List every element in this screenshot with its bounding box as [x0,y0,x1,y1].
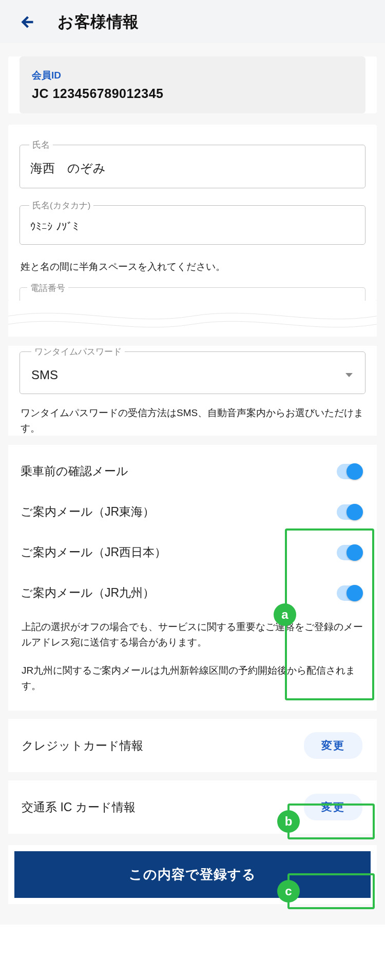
toggle-row-jr-tokai: ご案内メール（JR東海） [8,492,377,532]
name-kana-field-label: 氏名(カタカナ) [29,200,93,211]
credit-card-change-button[interactable]: 変更 [304,732,362,759]
member-id-box: 会員ID JC 123456789012345 [20,56,365,113]
toggle-switch-jr-west[interactable] [337,545,362,560]
toggle-label: ご案内メール（JR九州） [21,585,155,601]
toggle-row-jr-west: ご案内メール（JR西日本） [8,532,377,573]
name-field-value: 海西 のぞみ [30,160,355,177]
toggle-label: ご案内メール（JR東海） [21,504,155,520]
name-field-label: 氏名 [29,139,53,151]
name-kana-field-value: ｳﾐﾆｼ ﾉｿﾞﾐ [30,221,355,233]
credit-card-row: クレジットカード情報 変更 [8,719,377,772]
back-button[interactable] [17,13,36,31]
app-header: お客様情報 [0,0,385,43]
toggle-row-boarding: 乗車前の確認メール [8,451,377,492]
page-root: お客様情報 会員ID JC 123456789012345 氏名 海西 のぞみ … [0,0,385,925]
ic-card-label: 交通系 IC カード情報 [22,799,136,815]
toggle-knob-icon [346,463,363,480]
chevron-down-icon [345,373,353,377]
name-field[interactable]: 氏名 海西 のぞみ [20,139,365,188]
member-card: 会員ID JC 123456789012345 [8,56,377,113]
submit-section: この内容で登録する [8,845,377,904]
toggle-switch-boarding[interactable] [337,464,362,479]
phone-field-partial[interactable]: 電話番号 [20,287,365,301]
toggle-label: ご案内メール（JR西日本） [21,544,166,560]
member-id-value: JC 123456789012345 [32,86,353,101]
toggle-switch-jr-kyushu[interactable] [337,585,362,601]
name-helper-text: 姓と名の間に半角スペースを入れてください。 [21,259,364,274]
name-card: 氏名 海西 のぞみ 氏名(カタカナ) ｳﾐﾆｼ ﾉｿﾞﾐ 姓と名の間に半角スペー… [8,125,377,301]
member-id-label: 会員ID [32,69,353,82]
toggle-label: 乗車前の確認メール [21,463,128,479]
toggle-knob-icon [346,544,363,561]
otp-card: ワンタイムパスワード SMS ワンタイムパスワードの受信方法はSMS、自動音声案… [8,346,377,436]
name-kana-field[interactable]: 氏名(カタカナ) ｳﾐﾆｼ ﾉｿﾞﾐ [20,200,365,245]
toggle-knob-icon [346,504,363,520]
toggle-note-2: JR九州に関するご案内メールは九州新幹線区間の予約開始後から配信されます。 [22,663,363,693]
ic-card-row: 交通系 IC カード情報 変更 [8,780,377,834]
otp-helper-text: ワンタイムパスワードの受信方法はSMS、自動音声案内からお選びいただけます。 [21,405,364,436]
email-toggle-section: 乗車前の確認メール ご案内メール（JR東海） ご案内メール（JR西日本） ご案内… [8,445,377,711]
toggle-switch-jr-tokai[interactable] [337,504,362,520]
otp-select-value: SMS [31,368,58,382]
submit-button[interactable]: この内容で登録する [14,851,371,898]
toggle-row-jr-kyushu: ご案内メール（JR九州） [8,573,377,613]
toggle-note-1: 上記の選択がオフの場合でも、サービスに関する重要なご連絡をご登録のメールアドレス… [22,619,363,650]
ic-card-section: 交通系 IC カード情報 変更 [8,780,377,834]
arrow-left-icon [19,14,34,30]
page-title: お客様情報 [57,11,139,33]
phone-field-label: 電話番号 [27,282,68,294]
otp-select[interactable]: ワンタイムパスワード SMS [20,346,365,394]
otp-select-label: ワンタイムパスワード [31,346,125,358]
content-break-icon [8,301,377,337]
credit-card-section: クレジットカード情報 変更 [8,719,377,772]
credit-card-label: クレジットカード情報 [22,738,143,754]
ic-card-change-button[interactable]: 変更 [304,794,362,820]
toggle-knob-icon [346,585,363,601]
